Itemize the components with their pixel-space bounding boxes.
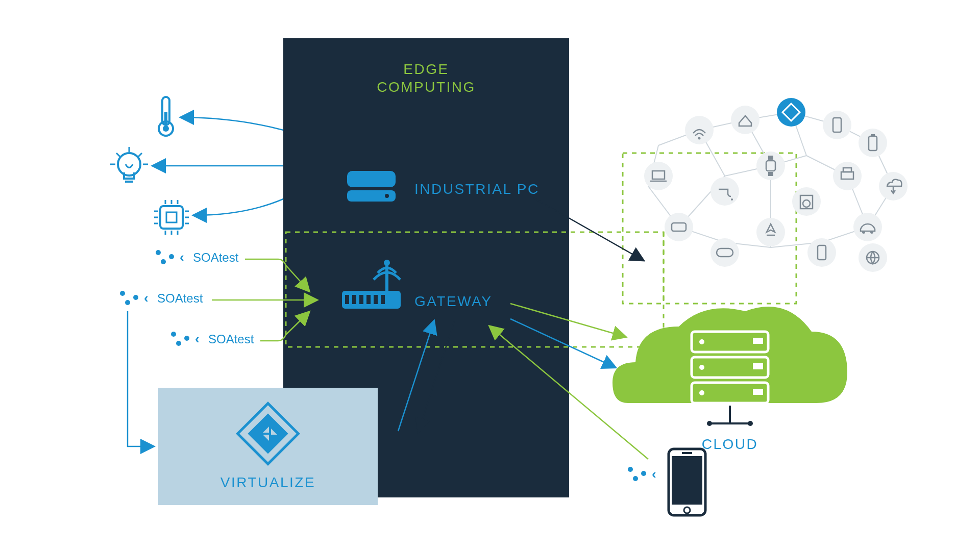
svg-rect-77	[768, 172, 773, 176]
svg-point-105	[699, 339, 704, 344]
svg-point-81	[710, 177, 739, 206]
arrow-to-thermometer	[181, 117, 283, 130]
svg-point-44	[133, 295, 138, 300]
svg-rect-0	[347, 171, 396, 187]
svg-point-87	[665, 213, 693, 241]
svg-rect-76	[768, 156, 773, 160]
svg-point-40	[169, 254, 174, 259]
node-gamepad-icon	[710, 238, 739, 267]
thermometer-icon	[159, 97, 173, 136]
svg-point-90	[853, 213, 882, 241]
chip-icon	[154, 200, 189, 235]
soatest-item-2: ‹ SOAtest	[120, 290, 203, 306]
svg-point-43	[125, 300, 130, 305]
svg-point-68	[698, 137, 701, 140]
svg-point-15	[163, 126, 169, 132]
svg-point-82	[731, 198, 733, 201]
svg-point-17	[118, 153, 140, 176]
svg-point-48	[184, 336, 189, 341]
svg-point-117	[633, 476, 638, 481]
svg-rect-25	[166, 212, 177, 222]
svg-rect-8	[359, 295, 363, 304]
cloud-group	[612, 307, 847, 426]
svg-point-42	[120, 291, 125, 296]
node-wifi-icon	[685, 116, 714, 144]
svg-rect-9	[366, 295, 371, 304]
smartphone-icon	[669, 449, 705, 515]
svg-point-114	[684, 507, 690, 513]
node-globe-icon	[859, 243, 887, 272]
svg-text:‹: ‹	[652, 466, 656, 482]
soatest-label-3: SOAtest	[208, 332, 254, 346]
node-washer-icon	[792, 187, 821, 216]
cloud-label: CLOUD	[702, 436, 758, 452]
svg-rect-10	[374, 295, 378, 304]
node-car-icon	[853, 213, 882, 241]
svg-point-84	[792, 187, 821, 216]
arrow-to-chip	[194, 199, 283, 215]
soatest-label-1: SOAtest	[193, 251, 239, 264]
edge-title-2: COMPUTING	[377, 79, 476, 95]
svg-point-93	[710, 238, 739, 267]
svg-point-78	[833, 162, 862, 190]
svg-rect-103	[753, 363, 763, 369]
node-console-icon	[665, 213, 693, 241]
svg-point-118	[641, 471, 646, 476]
architecture-diagram: EDGE COMPUTING INDUSTRIAL PC GATEWAY	[0, 0, 980, 551]
edge-title-1: EDGE	[403, 61, 449, 77]
iot-mesh	[644, 98, 908, 272]
svg-line-23	[138, 153, 142, 157]
soatest-dots-phone: ‹	[628, 466, 656, 482]
node-cloud-download-icon	[879, 172, 908, 201]
node-phone-icon	[823, 111, 851, 139]
svg-rect-5	[342, 291, 401, 309]
svg-line-22	[116, 153, 120, 157]
svg-text:‹: ‹	[180, 249, 184, 265]
node-laptop-icon	[644, 162, 673, 190]
svg-point-2	[385, 194, 389, 198]
svg-point-111	[748, 421, 753, 426]
node-watch-icon	[756, 152, 785, 180]
svg-rect-113	[672, 456, 702, 505]
soatest-item-3: ‹ SOAtest	[171, 331, 254, 346]
svg-point-95	[807, 238, 836, 267]
svg-point-64	[859, 129, 887, 157]
svg-point-47	[176, 341, 181, 346]
svg-point-91	[862, 231, 865, 234]
svg-point-89	[756, 218, 785, 246]
node-phone2-icon	[807, 238, 836, 267]
node-plane-icon	[756, 218, 785, 246]
node-printer-icon	[833, 162, 862, 190]
node-faucet-icon	[710, 177, 739, 206]
svg-rect-6	[345, 295, 349, 304]
svg-rect-24	[160, 206, 183, 229]
svg-point-62	[777, 98, 805, 127]
svg-point-107	[699, 390, 704, 395]
virtualize-label: VIRTUALIZE	[220, 474, 315, 490]
svg-point-4	[384, 260, 390, 266]
industrial-pc-icon	[347, 171, 396, 202]
node-diamond-icon	[777, 98, 805, 127]
svg-rect-11	[381, 295, 385, 304]
svg-rect-115	[682, 452, 692, 454]
svg-text:‹: ‹	[144, 290, 149, 306]
industrial-pc-label: INDUSTRIAL PC	[414, 181, 540, 197]
svg-point-39	[161, 259, 166, 264]
svg-point-61	[731, 106, 760, 134]
svg-point-116	[628, 467, 633, 472]
svg-point-71	[644, 162, 673, 190]
node-battery-icon	[859, 129, 887, 157]
svg-point-38	[156, 250, 161, 255]
svg-text:‹: ‹	[195, 331, 200, 346]
svg-rect-104	[753, 389, 763, 395]
svg-point-110	[707, 421, 712, 426]
svg-rect-66	[871, 134, 875, 136]
svg-point-106	[699, 365, 704, 370]
svg-rect-7	[352, 295, 356, 304]
svg-rect-102	[753, 338, 763, 344]
svg-point-69	[823, 111, 851, 139]
svg-point-92	[870, 231, 873, 234]
svg-point-46	[171, 332, 176, 337]
node-home-icon	[731, 106, 760, 134]
soatest-label-2: SOAtest	[157, 291, 203, 305]
